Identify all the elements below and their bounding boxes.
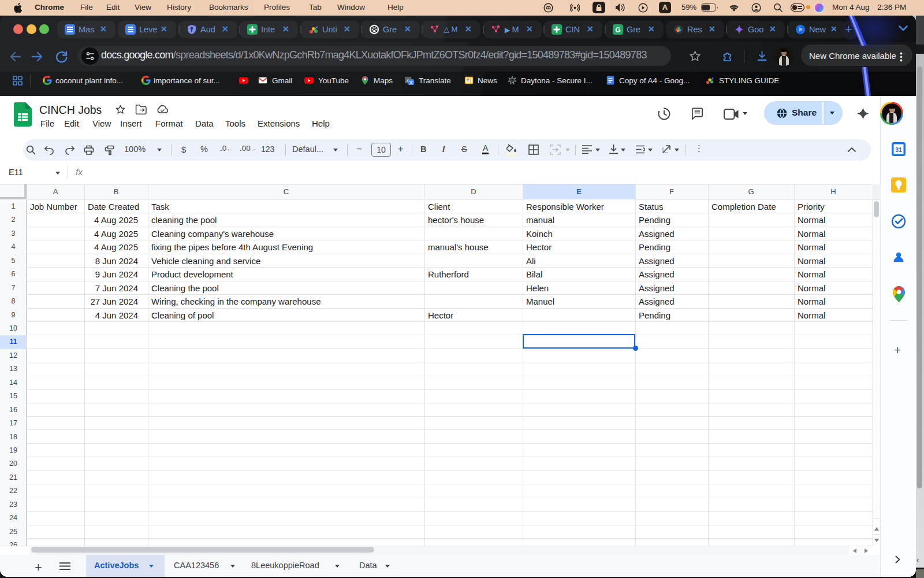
svg-text:G: G <box>615 26 620 34</box>
svg-text:文: 文 <box>409 80 413 85</box>
svg-text:31: 31 <box>895 146 902 153</box>
